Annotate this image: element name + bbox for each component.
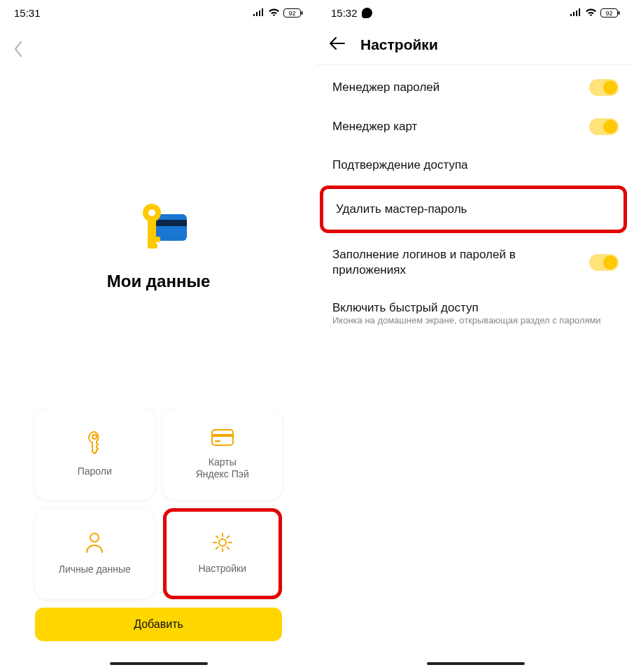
svg-rect-1 [302, 11, 303, 15]
svg-point-6 [148, 209, 155, 216]
card-label: Личные данные [59, 564, 131, 576]
row-card-manager[interactable]: Менеджер карт [317, 107, 634, 146]
person-icon [85, 531, 104, 554]
wifi-icon [585, 8, 597, 17]
key-icon [85, 430, 104, 456]
svg-point-14 [219, 539, 226, 546]
toggle-on[interactable] [589, 254, 619, 271]
signal-icon [253, 8, 265, 17]
svg-rect-12 [215, 440, 220, 442]
svg-line-20 [227, 547, 229, 550]
svg-line-22 [227, 536, 229, 538]
battery-icon: 92 [283, 8, 303, 18]
card-cards[interactable]: Карты Яндекс Пэй [163, 409, 283, 500]
svg-line-19 [216, 536, 218, 538]
svg-point-13 [90, 533, 99, 542]
row-label: Подтверждение доступа [332, 158, 619, 173]
card-label: Пароли [78, 465, 112, 478]
row-label: Включить быстрый доступ [332, 300, 619, 316]
row-delete-master-password[interactable]: Удалить мастер-пароль [320, 186, 627, 233]
header-title: Настройки [360, 36, 438, 53]
card-grid: Пароли Карты Яндекс Пэй Личные данные На… [35, 409, 282, 599]
hero: Мои данные [0, 200, 317, 291]
svg-rect-24 [619, 11, 620, 15]
screen-my-data: 15:31 92 [0, 0, 317, 672]
svg-rect-7 [148, 218, 156, 247]
row-autofill-apps[interactable]: Заполнение логинов и паролей в приложени… [317, 236, 634, 289]
status-bar: 15:32 92 [317, 0, 634, 22]
row-confirm-access[interactable]: Подтверждение доступа [317, 146, 634, 184]
status-bar: 15:31 92 [0, 0, 317, 22]
svg-text:92: 92 [605, 10, 612, 17]
svg-rect-11 [212, 434, 233, 437]
svg-rect-10 [212, 430, 233, 445]
toggle-on[interactable] [589, 118, 619, 135]
add-button[interactable]: Добавить [35, 608, 282, 641]
status-icons: 92 [253, 8, 303, 18]
row-subtitle: Иконка на домашнем экране, открывающая р… [317, 314, 634, 337]
wifi-icon [268, 8, 280, 17]
svg-rect-8 [148, 237, 160, 242]
hero-title: Мои данные [0, 272, 317, 291]
signal-icon [570, 8, 582, 17]
battery-icon: 92 [600, 8, 620, 18]
my-data-icon [131, 200, 187, 256]
row-password-manager[interactable]: Менеджер паролей [317, 68, 634, 107]
card-passwords[interactable]: Пароли [35, 409, 155, 500]
status-icons: 92 [570, 8, 620, 18]
card-label: Настройки [198, 563, 246, 575]
home-indicator [110, 662, 208, 665]
toggle-on[interactable] [589, 79, 619, 96]
screen-settings: 15:32 92 Настройки Менеджер паролей Мене… [317, 0, 634, 672]
row-label: Менеджер карт [332, 119, 581, 134]
svg-line-21 [216, 547, 218, 550]
status-time: 15:32 [331, 7, 358, 19]
back-button[interactable] [7, 38, 29, 60]
status-time: 15:31 [14, 7, 41, 19]
svg-rect-9 [148, 244, 157, 248]
card-icon [211, 428, 234, 447]
header: Настройки [317, 22, 634, 65]
back-button[interactable] [330, 37, 345, 52]
row-label: Заполнение логинов и паролей в приложени… [332, 247, 581, 278]
home-indicator [427, 662, 525, 665]
svg-text:92: 92 [288, 10, 295, 17]
gear-icon [212, 532, 233, 553]
card-personal[interactable]: Личные данные [35, 508, 155, 599]
row-label: Менеджер паролей [332, 80, 581, 95]
card-label: Карты Яндекс Пэй [196, 456, 249, 481]
card-settings[interactable]: Настройки [163, 508, 283, 599]
chat-notification-icon [362, 8, 372, 18]
settings-list: Менеджер паролей Менеджер карт Подтвержд… [317, 65, 634, 337]
row-label: Удалить мастер-пароль [336, 202, 611, 217]
